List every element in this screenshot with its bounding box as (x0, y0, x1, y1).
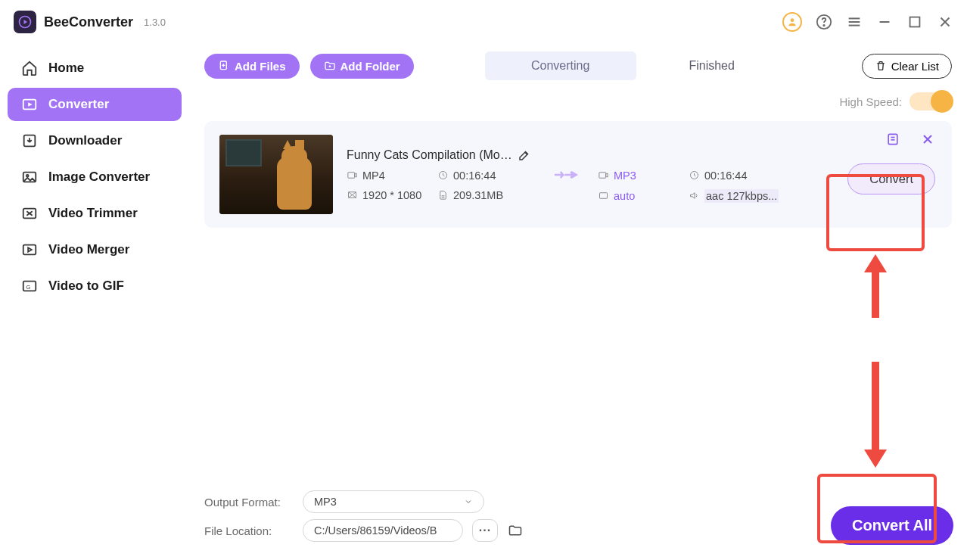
sidebar-item-label: Home (48, 61, 84, 76)
toggle-knob (931, 90, 953, 113)
help-icon[interactable] (816, 14, 832, 30)
high-speed-label: High Speed: (839, 95, 902, 108)
out-quality[interactable]: auto (598, 189, 689, 203)
resolution-icon (598, 190, 609, 201)
gif-icon: G (21, 278, 38, 294)
arrow-right-icon (554, 167, 580, 182)
svg-point-2 (791, 18, 794, 22)
sidebar: Home Converter Downloader Image Converte… (0, 44, 189, 560)
folder-plus-icon (324, 60, 336, 72)
add-files-button[interactable]: Add Files (204, 54, 300, 79)
minimize-icon[interactable] (876, 14, 893, 30)
file-details-source: Funny Cats Compilation (Mos... MP4 00:16… (347, 148, 536, 201)
merge-icon (21, 241, 38, 258)
title-bar: BeeConverter 1.3.0 (0, 0, 967, 44)
folder-icon (508, 523, 523, 538)
clock-icon (689, 170, 700, 181)
svg-marker-39 (864, 254, 887, 318)
svg-rect-27 (348, 173, 355, 179)
out-codec[interactable]: aac 127kbps... (689, 189, 794, 203)
convert-button[interactable]: Convert (847, 163, 935, 194)
settings-list-icon[interactable] (885, 132, 900, 147)
sidebar-item-image-converter[interactable]: Image Converter (8, 160, 182, 194)
svg-marker-19 (28, 247, 32, 252)
top-row: Add Files Add Folder Converting Finished… (204, 51, 952, 80)
clear-list-button[interactable]: Clear List (862, 54, 952, 79)
sidebar-item-label: Video Trimmer (48, 206, 138, 221)
tab-finished[interactable]: Finished (636, 51, 788, 80)
svg-rect-33 (600, 193, 608, 199)
svg-rect-31 (599, 173, 606, 179)
download-icon (21, 132, 38, 149)
file-icon (437, 189, 449, 201)
out-format[interactable]: MP3 (598, 170, 689, 182)
out-duration: 00:16:44 (689, 170, 794, 182)
sidebar-item-video-trimmer[interactable]: Video Trimmer (8, 197, 182, 230)
svg-point-16 (26, 175, 29, 177)
app-version: 1.3.0 (144, 17, 166, 28)
add-folder-label: Add Folder (340, 60, 400, 73)
audio-icon (689, 190, 700, 201)
logo-play-icon (18, 15, 32, 29)
close-icon[interactable] (937, 14, 953, 30)
file-location-path: C:/Users/86159/Videos/B (303, 519, 463, 542)
src-format: MP4 (347, 170, 437, 182)
sidebar-item-label: Video Merger (48, 242, 129, 257)
high-speed-row: High Speed: (204, 86, 952, 121)
file-card: Funny Cats Compilation (Mos... MP4 00:16… (204, 121, 952, 228)
sidebar-item-converter[interactable]: Converter (8, 88, 182, 121)
video-thumbnail[interactable] (219, 135, 333, 214)
edit-icon[interactable] (518, 148, 531, 162)
sidebar-item-downloader[interactable]: Downloader (8, 124, 182, 157)
svg-point-4 (823, 25, 824, 26)
scissors-icon (21, 205, 38, 222)
clear-list-label: Clear List (891, 60, 939, 73)
convert-all-button[interactable]: Convert All (831, 506, 953, 545)
annotation-arrow-down (864, 362, 887, 468)
content-area: Add Files Add Folder Converting Finished… (189, 44, 967, 560)
add-folder-button[interactable]: Add Folder (310, 54, 414, 79)
add-files-label: Add Files (235, 60, 286, 73)
src-resolution: 1920 * 1080 (347, 189, 437, 201)
output-format-value: MP3 (314, 496, 337, 508)
sidebar-item-video-merger[interactable]: Video Merger (8, 233, 182, 266)
sidebar-item-label: Converter (48, 97, 109, 112)
output-format-select[interactable]: MP3 (303, 490, 484, 513)
svg-marker-1 (24, 20, 28, 24)
video-icon (347, 170, 358, 181)
maximize-icon[interactable] (906, 14, 923, 30)
sidebar-item-label: Video to GIF (48, 278, 124, 294)
svg-rect-18 (23, 245, 36, 255)
image-icon (21, 169, 38, 185)
title-left: BeeConverter 1.3.0 (14, 11, 166, 33)
svg-text:G: G (26, 284, 30, 291)
clock-icon (437, 170, 449, 181)
file-location-label: File Location: (204, 524, 294, 537)
svg-marker-30 (572, 171, 578, 179)
high-speed-toggle[interactable] (909, 92, 952, 110)
app-logo (14, 11, 36, 33)
src-size: 209.31MB (437, 189, 528, 201)
menu-icon[interactable] (846, 14, 863, 30)
open-folder-button[interactable] (507, 522, 524, 539)
tab-converting[interactable]: Converting (485, 51, 636, 80)
app-name: BeeConverter (44, 14, 133, 30)
home-icon (21, 60, 38, 76)
resolution-icon (347, 189, 358, 201)
file-title: Funny Cats Compilation (Mos... (347, 148, 513, 162)
user-icon[interactable] (782, 12, 802, 32)
sidebar-item-label: Downloader (48, 133, 122, 148)
video-icon (598, 170, 609, 181)
svg-marker-40 (864, 362, 887, 468)
svg-marker-13 (28, 102, 33, 107)
browse-more-button[interactable]: ··· (472, 519, 498, 542)
sidebar-item-home[interactable]: Home (8, 51, 182, 85)
remove-icon[interactable] (920, 132, 935, 147)
sidebar-item-video-to-gif[interactable]: G Video to GIF (8, 269, 182, 303)
converter-icon (21, 96, 38, 113)
tab-group: Converting Finished (485, 51, 788, 80)
output-format-label: Output Format: (204, 496, 294, 509)
trash-icon (875, 60, 887, 72)
src-duration: 00:16:44 (437, 170, 528, 182)
title-right (782, 12, 953, 32)
